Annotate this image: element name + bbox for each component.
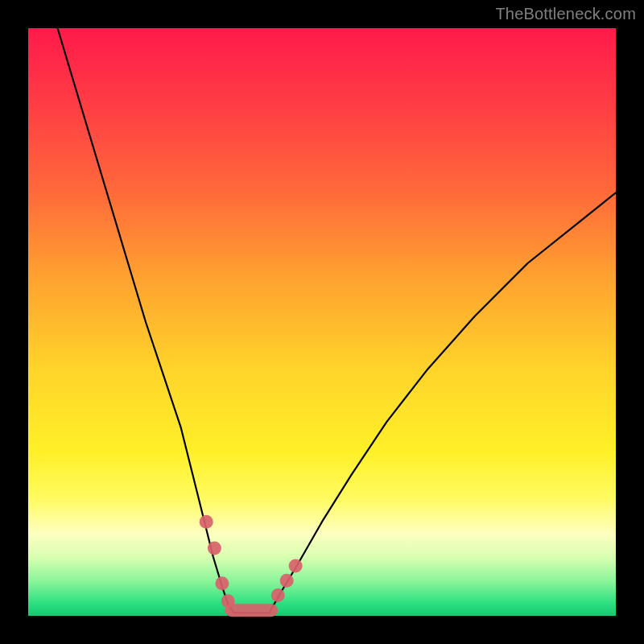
chart-plot-area	[28, 28, 616, 616]
bottom-blob	[225, 604, 279, 617]
svg-point-2	[208, 542, 221, 555]
watermark-text: TheBottleneck.com	[495, 5, 636, 23]
svg-point-4	[221, 594, 235, 608]
outer-frame: TheBottleneck.com	[0, 0, 644, 644]
bottleneck-curve	[58, 28, 617, 613]
svg-point-6	[280, 574, 294, 588]
svg-rect-0	[225, 604, 279, 617]
chart-overlay-svg	[28, 28, 616, 616]
svg-point-3	[215, 576, 229, 590]
svg-point-7	[289, 559, 303, 572]
svg-point-1	[200, 515, 213, 529]
svg-point-5	[271, 588, 285, 602]
